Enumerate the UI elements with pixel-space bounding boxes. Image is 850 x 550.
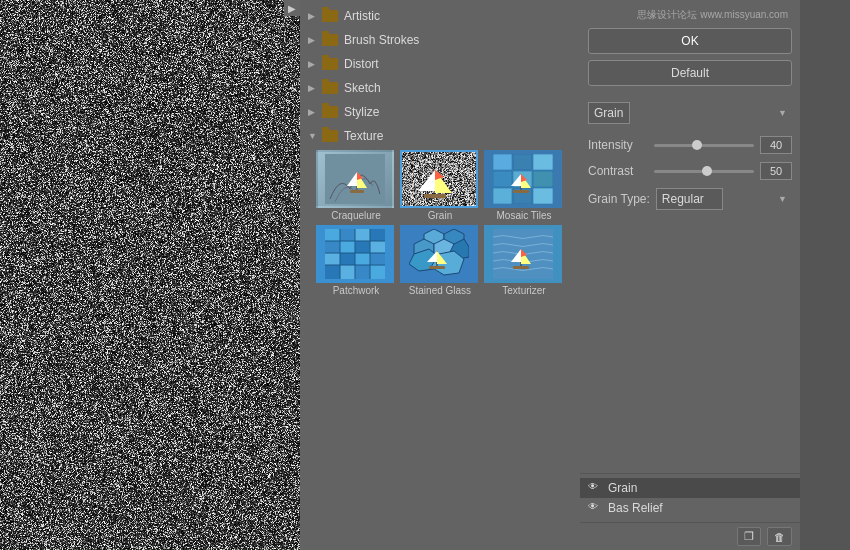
svg-rect-23 xyxy=(355,229,370,241)
duplicate-layer-button[interactable]: ❐ xyxy=(737,527,761,546)
preview-panel: ▶ xyxy=(0,0,300,550)
texture-img-craquelure xyxy=(316,150,394,208)
texture-label-mosaic: Mosaic Tiles xyxy=(484,210,564,221)
texture-thumb-grain[interactable]: Grain xyxy=(400,150,480,221)
texture-img-stained xyxy=(400,225,478,283)
settings-buttons: 思缘设计论坛 www.missyuan.com OK Default xyxy=(580,0,800,94)
texture-thumb-mosaic[interactable]: Mosaic Tiles xyxy=(484,150,564,221)
filter-group-label-artistic: Artistic xyxy=(344,9,380,23)
svg-rect-34 xyxy=(340,265,355,279)
filter-group-header-brush[interactable]: ▶ Brush Strokes xyxy=(300,30,580,50)
filter-group-header-artistic[interactable]: ▶ Artistic xyxy=(300,6,580,26)
filter-group-label-distort: Distort xyxy=(344,57,379,71)
filter-group-sketch: ▶ Sketch xyxy=(300,76,580,100)
texture-thumb-stained[interactable]: Stained Glass xyxy=(400,225,480,296)
svg-rect-29 xyxy=(325,253,340,265)
filter-group-header-stylize[interactable]: ▶ Stylize xyxy=(300,102,580,122)
folder-icon-distort xyxy=(322,58,338,70)
texture-img-mosaic xyxy=(484,150,562,208)
intensity-value[interactable] xyxy=(760,136,792,154)
filter-group-header-distort[interactable]: ▶ Distort xyxy=(300,54,580,74)
folder-icon-artistic xyxy=(322,10,338,22)
svg-rect-28 xyxy=(370,241,385,253)
svg-rect-33 xyxy=(325,265,340,279)
preview-canvas xyxy=(0,0,300,550)
filter-group-artistic: ▶ Artistic xyxy=(300,4,580,28)
svg-rect-8 xyxy=(513,154,532,170)
texture-label-grain: Grain xyxy=(400,210,480,221)
folder-icon-sketch xyxy=(322,82,338,94)
intensity-row: Intensity xyxy=(588,136,792,154)
svg-rect-27 xyxy=(355,241,370,253)
texture-img-patchwork xyxy=(316,225,394,283)
svg-rect-7 xyxy=(493,154,512,170)
svg-rect-35 xyxy=(355,265,370,279)
svg-rect-10 xyxy=(493,171,512,187)
filter-dropdown-wrapper: Grain xyxy=(588,102,792,124)
preview-toggle[interactable]: ▶ xyxy=(284,0,300,16)
svg-rect-9 xyxy=(533,154,553,170)
texture-grid: Craquelure Grain xyxy=(300,146,580,300)
svg-rect-22 xyxy=(340,229,355,241)
svg-rect-12 xyxy=(533,171,553,187)
filter-group-distort: ▶ Distort xyxy=(300,52,580,76)
grain-type-dropdown-wrapper: Regular Soft Sprinkles Clumped Contrasty… xyxy=(656,188,792,210)
svg-rect-24 xyxy=(370,229,385,241)
filter-group-label-texture: Texture xyxy=(344,129,383,143)
grain-type-row: Grain Type: Regular Soft Sprinkles Clump… xyxy=(588,188,792,210)
intensity-thumb[interactable] xyxy=(692,140,702,150)
filter-group-stylize: ▶ Stylize xyxy=(300,100,580,124)
svg-rect-36 xyxy=(370,265,385,279)
intensity-slider-container xyxy=(654,138,754,152)
svg-rect-56 xyxy=(513,266,529,269)
texture-thumb-patchwork[interactable]: Patchwork xyxy=(316,225,396,296)
filter-group-label-sketch: Sketch xyxy=(344,81,381,95)
controls-area: Grain Intensity Contrast xyxy=(580,94,800,473)
texture-label-craquelure: Craquelure xyxy=(316,210,396,221)
svg-rect-21 xyxy=(325,229,340,241)
texture-label-patchwork: Patchwork xyxy=(316,285,396,296)
layers-toolbar: ❐ 🗑 xyxy=(580,522,800,550)
svg-rect-26 xyxy=(340,241,355,253)
svg-rect-15 xyxy=(533,188,553,204)
layer-label-grain: Grain xyxy=(608,481,637,495)
layers-panel: Grain Bas Relief xyxy=(580,473,800,522)
filter-select[interactable]: Grain xyxy=(588,102,630,124)
svg-rect-25 xyxy=(325,241,340,253)
svg-rect-1 xyxy=(350,190,364,193)
contrast-label: Contrast xyxy=(588,164,648,178)
filters-panel: ▶ Artistic ▶ Brush Strokes ▶ Distort ▶ S… xyxy=(300,0,580,550)
svg-rect-16 xyxy=(513,190,529,193)
filter-group-texture: ▼ Texture xyxy=(300,124,580,302)
filter-group-label-stylize: Stylize xyxy=(344,105,379,119)
delete-layer-button[interactable]: 🗑 xyxy=(767,527,792,546)
layer-item-grain[interactable]: Grain xyxy=(580,478,800,498)
svg-rect-31 xyxy=(355,253,370,265)
folder-icon-brush xyxy=(322,34,338,46)
layer-item-basrelief[interactable]: Bas Relief xyxy=(580,498,800,518)
svg-rect-13 xyxy=(493,188,512,204)
texture-img-grain xyxy=(400,150,478,208)
default-button[interactable]: Default xyxy=(588,60,792,86)
layer-label-basrelief: Bas Relief xyxy=(608,501,663,515)
texture-label-texturizer: Texturizer xyxy=(484,285,564,296)
texture-thumb-craquelure[interactable]: Craquelure xyxy=(316,150,396,221)
contrast-track xyxy=(654,170,754,173)
eye-icon-grain[interactable] xyxy=(588,483,602,493)
grain-type-label: Grain Type: xyxy=(588,192,650,206)
settings-panel: 思缘设计论坛 www.missyuan.com OK Default Grain… xyxy=(580,0,800,550)
filter-group-header-sketch[interactable]: ▶ Sketch xyxy=(300,78,580,98)
svg-rect-32 xyxy=(370,253,385,265)
contrast-value[interactable] xyxy=(760,162,792,180)
folder-icon-texture xyxy=(322,130,338,142)
ok-button[interactable]: OK xyxy=(588,28,792,54)
filter-group-header-texture[interactable]: ▼ Texture xyxy=(300,126,580,146)
grain-type-select[interactable]: Regular Soft Sprinkles Clumped Contrasty… xyxy=(656,188,723,210)
texture-thumb-texturizer[interactable]: Texturizer xyxy=(484,225,564,296)
eye-icon-basrelief[interactable] xyxy=(588,503,602,513)
contrast-thumb[interactable] xyxy=(702,166,712,176)
contrast-slider-container xyxy=(654,164,754,178)
filter-group-label-brush: Brush Strokes xyxy=(344,33,419,47)
filter-select-row: Grain xyxy=(588,102,792,124)
intensity-label: Intensity xyxy=(588,138,648,152)
